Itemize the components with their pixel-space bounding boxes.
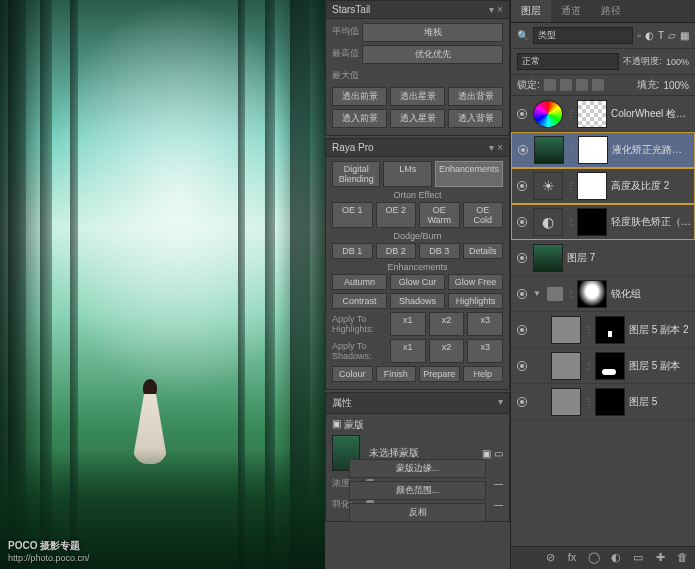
tab-paths[interactable]: 路径: [591, 0, 631, 22]
layer-thumb[interactable]: [551, 388, 581, 416]
layer-row[interactable]: 图层 7: [511, 240, 695, 276]
invert-button[interactable]: 反相: [349, 503, 486, 522]
oewarm-button[interactable]: OE Warm: [419, 202, 460, 228]
visibility-icon[interactable]: [515, 287, 529, 301]
delete-layer-icon[interactable]: 🗑: [675, 551, 689, 565]
mask-thumb[interactable]: [577, 172, 607, 200]
panel-menu-icon[interactable]: ▾: [498, 396, 503, 410]
db3-button[interactable]: DB 3: [419, 243, 460, 259]
tab-channels[interactable]: 通道: [551, 0, 591, 22]
sh-x3-button[interactable]: x3: [467, 339, 503, 363]
lock-pos-icon[interactable]: [576, 79, 588, 91]
st-btn[interactable]: 透出星景: [390, 87, 445, 106]
mask-thumb[interactable]: [595, 316, 625, 344]
layer-thumb[interactable]: [534, 136, 564, 164]
sh-x1-button[interactable]: x1: [390, 339, 426, 363]
finish-button[interactable]: Finish: [376, 366, 417, 382]
new-layer-icon[interactable]: ✚: [653, 551, 667, 565]
oe2-button[interactable]: OE 2: [376, 202, 417, 228]
filter-icon[interactable]: 🔍: [517, 30, 529, 41]
layer-name[interactable]: 锐化组: [611, 287, 691, 301]
layer-thumb[interactable]: [551, 316, 581, 344]
filter-pixel-icon[interactable]: ▫: [637, 30, 641, 41]
kind-select[interactable]: 类型: [533, 27, 633, 44]
visibility-icon[interactable]: [515, 179, 529, 193]
opacity-value[interactable]: 100%: [666, 57, 689, 67]
panel-menu-icon[interactable]: ▾ ×: [489, 4, 503, 15]
st-btn[interactable]: 透出背景: [448, 87, 503, 106]
mask-thumb[interactable]: [595, 352, 625, 380]
highlights-button[interactable]: Highlights: [448, 293, 503, 309]
visibility-icon[interactable]: [515, 359, 529, 373]
new-group-icon[interactable]: ▭: [631, 551, 645, 565]
layer-name[interactable]: ColorWheel 检验颜色: [611, 107, 691, 121]
shadows-button[interactable]: Shadows: [390, 293, 445, 309]
layer-name[interactable]: 图层 5 副本 2: [629, 323, 691, 337]
new-adj-icon[interactable]: ◐: [609, 551, 623, 565]
layer-thumb[interactable]: [533, 100, 563, 128]
visibility-icon[interactable]: [516, 143, 530, 157]
visibility-icon[interactable]: [515, 395, 529, 409]
layer-name[interactable]: 液化矫正光路（怎么加强...: [612, 143, 690, 157]
filter-shape-icon[interactable]: ▱: [668, 30, 676, 41]
fx-icon[interactable]: fx: [565, 551, 579, 565]
mask-edge-button[interactable]: 蒙版边缘...: [349, 459, 486, 478]
colour-button[interactable]: Colour: [332, 366, 373, 382]
layer-row[interactable]: ⋮ColorWheel 检验颜色: [511, 96, 695, 132]
stack-button[interactable]: 堆栈: [362, 23, 503, 42]
lock-trans-icon[interactable]: [544, 79, 556, 91]
filter-smart-icon[interactable]: ▦: [680, 30, 689, 41]
fill-value[interactable]: 100%: [663, 80, 689, 91]
layer-row[interactable]: ☀⋮高度及比度 2: [511, 168, 695, 204]
mask-thumb[interactable]: [577, 280, 607, 308]
st-btn[interactable]: 透出前景: [332, 87, 387, 106]
visibility-icon[interactable]: [515, 251, 529, 265]
oecold-button[interactable]: OE Cold: [463, 202, 504, 228]
blend-mode-select[interactable]: 正常: [517, 53, 619, 70]
expand-icon[interactable]: ▼: [533, 289, 543, 298]
visibility-icon[interactable]: [515, 323, 529, 337]
mask-thumb[interactable]: [578, 136, 608, 164]
lock-pixel-icon[interactable]: [560, 79, 572, 91]
sh-x2-button[interactable]: x2: [429, 339, 465, 363]
st-btn[interactable]: 透入背景: [448, 109, 503, 128]
db1-button[interactable]: DB 1: [332, 243, 373, 259]
layer-list[interactable]: ⋮ColorWheel 检验颜色⋮液化矫正光路（怎么加强...☀⋮高度及比度 2…: [511, 96, 695, 420]
panel-menu-icon[interactable]: ▾ ×: [489, 142, 503, 153]
layer-row[interactable]: ⋮图层 5: [511, 384, 695, 420]
layer-row[interactable]: ⋮图层 5 副本 2: [511, 312, 695, 348]
link-layers-icon[interactable]: ⊘: [543, 551, 557, 565]
autumn-button[interactable]: Autumn: [332, 274, 387, 290]
tab-enhancements[interactable]: Enhancements: [435, 161, 503, 187]
details-button[interactable]: Details: [463, 243, 504, 259]
layer-name[interactable]: 图层 5: [629, 395, 691, 409]
tab-lms[interactable]: LMs: [383, 161, 431, 187]
layer-row[interactable]: ◐⋮轻度肤色矫正（可有可无）: [511, 204, 695, 240]
mask-thumb[interactable]: [577, 208, 607, 236]
prepare-button[interactable]: Prepare: [419, 366, 460, 382]
color-range-button[interactable]: 颜色范围...: [349, 481, 486, 500]
layer-name[interactable]: 高度及比度 2: [611, 179, 691, 193]
layer-row[interactable]: ▼⋮锐化组: [511, 276, 695, 312]
mask-thumb[interactable]: [595, 388, 625, 416]
layer-name[interactable]: 图层 5 副本: [629, 359, 691, 373]
db2-button[interactable]: DB 2: [376, 243, 417, 259]
tab-layers[interactable]: 图层: [511, 0, 551, 22]
tab-digital-blending[interactable]: Digital Blending: [332, 161, 380, 187]
layer-row[interactable]: ⋮液化矫正光路（怎么加强...: [511, 132, 695, 168]
optimize-button[interactable]: 优化优先: [362, 45, 503, 64]
layer-name[interactable]: 轻度肤色矫正（可有可无）: [611, 215, 691, 229]
layer-thumb[interactable]: [533, 244, 563, 272]
st-btn[interactable]: 透入星景: [390, 109, 445, 128]
filter-adj-icon[interactable]: ◐: [645, 30, 654, 41]
mask-thumb[interactable]: [577, 100, 607, 128]
visibility-icon[interactable]: [515, 107, 529, 121]
layer-thumb[interactable]: [551, 352, 581, 380]
lock-all-icon[interactable]: [592, 79, 604, 91]
add-mask-icon[interactable]: ◯: [587, 551, 601, 565]
filter-text-icon[interactable]: T: [658, 30, 664, 41]
layer-row[interactable]: ⋮图层 5 副本: [511, 348, 695, 384]
contrast-button[interactable]: Contrast: [332, 293, 387, 309]
st-btn[interactable]: 透入前景: [332, 109, 387, 128]
glowfree-button[interactable]: Glow Free: [448, 274, 503, 290]
